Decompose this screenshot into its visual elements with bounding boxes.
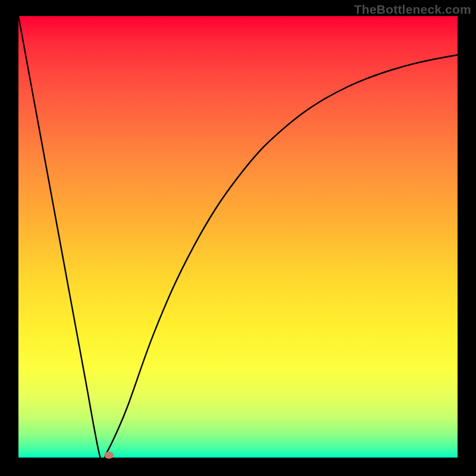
chart-plot-area	[18, 16, 458, 458]
watermark-text: TheBottleneck.com	[354, 2, 471, 17]
chart-curve	[18, 16, 458, 458]
chart-marker-dot	[104, 452, 114, 459]
